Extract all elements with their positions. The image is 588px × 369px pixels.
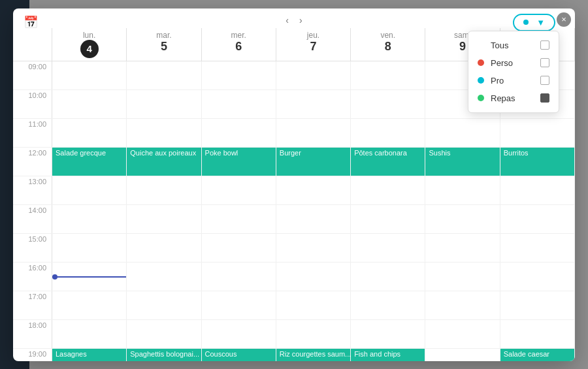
cell-1400-day3[interactable] (276, 205, 351, 233)
cell-1300-day4[interactable] (351, 176, 425, 204)
cell-1800-day0[interactable] (52, 320, 127, 348)
prev-week-button[interactable]: ‹ (286, 15, 289, 25)
filter-label-pro: Pro (491, 76, 504, 86)
cell-1500-day1[interactable] (127, 234, 201, 262)
event-block[interactable]: Salade grecque (52, 148, 126, 176)
cell-0900-day0[interactable] (52, 61, 127, 89)
event-block[interactable]: Pôtes carbonara (351, 148, 425, 176)
event-block[interactable]: Poke bowl (202, 148, 276, 176)
cell-1600-day4[interactable] (351, 263, 425, 291)
filter-item-tous[interactable]: Tous (468, 37, 559, 54)
cell-1900-day5[interactable] (425, 349, 500, 361)
cell-1700-day6[interactable] (500, 291, 575, 319)
cell-1700-day4[interactable] (351, 291, 425, 319)
cell-1300-day3[interactable] (276, 176, 351, 204)
cell-1700-day3[interactable] (276, 291, 351, 319)
cell-1300-day1[interactable] (127, 176, 201, 204)
day-header-0: lun.4 (52, 28, 127, 61)
cell-1900-day3[interactable]: Riz courgettes saum... (276, 349, 351, 361)
event-block[interactable]: Couscous (202, 349, 276, 361)
filter-item-pro[interactable]: Pro (468, 72, 559, 89)
cell-1500-day6[interactable] (500, 234, 575, 262)
event-block[interactable]: Fish and chips (351, 349, 425, 361)
event-block[interactable]: Burger (276, 148, 350, 176)
cell-1500-day0[interactable] (52, 234, 127, 262)
cell-1200-day1[interactable]: Quiche aux poireaux (127, 148, 201, 176)
event-block[interactable]: Sushis (425, 148, 499, 176)
cell-1800-day5[interactable] (425, 320, 500, 348)
cell-1300-day5[interactable] (425, 176, 500, 204)
cell-1800-day4[interactable] (351, 320, 425, 348)
cell-1800-day3[interactable] (276, 320, 351, 348)
cell-1400-day6[interactable] (500, 205, 575, 233)
cell-1600-day5[interactable] (425, 263, 500, 291)
cell-1100-day1[interactable] (127, 119, 201, 147)
filter-button[interactable]: ▼ (513, 14, 555, 31)
event-block[interactable]: Burritos (500, 148, 574, 176)
cell-0900-day1[interactable] (127, 61, 201, 89)
cell-1400-day2[interactable] (202, 205, 276, 233)
event-block[interactable]: Quiche aux poireaux (127, 148, 201, 176)
cell-1200-day0[interactable]: Salade grecque (52, 148, 127, 176)
cell-1900-day1[interactable]: Spaghettis bolognai... (127, 349, 201, 361)
cell-1400-day1[interactable] (127, 205, 201, 233)
cell-1200-day4[interactable]: Pôtes carbonara (351, 148, 425, 176)
cell-1900-day6[interactable]: Salade caesar (500, 349, 575, 361)
close-button[interactable]: × (557, 12, 571, 27)
filter-checkbox-repas[interactable] (540, 93, 549, 103)
filter-checkbox-perso[interactable] (540, 58, 549, 67)
cell-1100-day4[interactable] (351, 119, 425, 147)
cell-1900-day4[interactable]: Fish and chips (351, 349, 425, 361)
cell-1000-day1[interactable] (127, 90, 201, 118)
cell-1700-day0[interactable] (52, 291, 127, 319)
cell-1800-day1[interactable] (127, 320, 201, 348)
filter-checkbox-tous[interactable] (540, 40, 549, 50)
cell-1400-day0[interactable] (52, 205, 127, 233)
cell-1600-day2[interactable] (202, 263, 276, 291)
event-block[interactable]: Riz courgettes saum... (276, 349, 350, 361)
cell-1200-day2[interactable]: Poke bowl (202, 148, 276, 176)
cell-1300-day0[interactable] (52, 176, 127, 204)
cell-1100-day5[interactable] (425, 119, 500, 147)
cell-1600-day3[interactable] (276, 263, 351, 291)
cell-1600-day1[interactable] (127, 263, 201, 291)
cell-1800-day2[interactable] (202, 320, 276, 348)
cell-1500-day2[interactable] (202, 234, 276, 262)
next-week-button[interactable]: › (299, 15, 302, 25)
cell-1800-day6[interactable] (500, 320, 575, 348)
cell-1200-day5[interactable]: Sushis (425, 148, 500, 176)
cell-1900-day2[interactable]: Couscous (202, 349, 276, 361)
cell-1000-day0[interactable] (52, 90, 127, 118)
cell-1700-day5[interactable] (425, 291, 500, 319)
cell-1600-day6[interactable] (500, 263, 575, 291)
filter-checkbox-pro[interactable] (540, 76, 549, 85)
filter-item-repas[interactable]: Repas (468, 89, 559, 107)
cell-1200-day6[interactable]: Burritos (500, 148, 575, 176)
cell-1000-day4[interactable] (351, 90, 425, 118)
cell-1300-day2[interactable] (202, 176, 276, 204)
cell-1000-day2[interactable] (202, 90, 276, 118)
event-block[interactable]: Lasagnes (52, 349, 126, 361)
cell-1500-day4[interactable] (351, 234, 425, 262)
cell-1100-day0[interactable] (52, 119, 127, 147)
cell-1300-day6[interactable] (500, 176, 575, 204)
cell-1500-day5[interactable] (425, 234, 500, 262)
cell-0900-day3[interactable] (276, 61, 351, 89)
cell-0900-day2[interactable] (202, 61, 276, 89)
cell-1200-day3[interactable]: Burger (276, 148, 351, 176)
cell-1700-day1[interactable] (127, 291, 201, 319)
cell-0900-day4[interactable] (351, 61, 425, 89)
cell-1100-day3[interactable] (276, 119, 351, 147)
cell-1500-day3[interactable] (276, 234, 351, 262)
cell-1000-day3[interactable] (276, 90, 351, 118)
cell-1900-day0[interactable]: Lasagnes (52, 349, 127, 361)
cell-1700-day2[interactable] (202, 291, 276, 319)
cell-1100-day6[interactable] (500, 119, 575, 147)
event-block[interactable]: Spaghettis bolognai... (127, 349, 201, 361)
cell-1100-day2[interactable] (202, 119, 276, 147)
cell-1600-day0[interactable] (52, 263, 127, 291)
filter-item-perso[interactable]: Perso (468, 54, 559, 72)
event-block[interactable]: Salade caesar (500, 349, 574, 361)
cell-1400-day5[interactable] (425, 205, 500, 233)
cell-1400-day4[interactable] (351, 205, 425, 233)
